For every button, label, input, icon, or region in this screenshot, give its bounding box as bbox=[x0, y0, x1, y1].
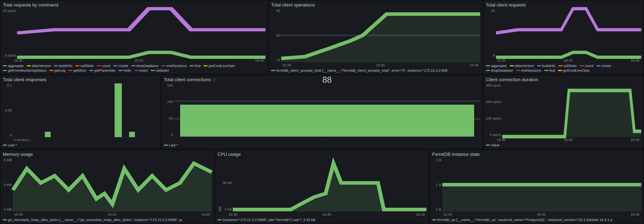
legend-label: insert bbox=[139, 69, 148, 73]
panel-memory-usage[interactable]: Memory usage 8 MB 6 MB 4 MB 16:30 16:35 … bbox=[1, 150, 214, 223]
legend[interactable]: ferretdb_up {__name__="ferretdb_up", bac… bbox=[432, 218, 641, 222]
swatch bbox=[510, 65, 514, 66]
plot[interactable] bbox=[442, 158, 641, 212]
y-axis: 2 B 1 B 0 B bbox=[432, 158, 442, 212]
legend-item[interactable]: getCmdLineOpts bbox=[558, 69, 590, 73]
legend-item[interactable]: ferretdb_up {__name__="ferretdb_up", bac… bbox=[432, 218, 612, 222]
legend[interactable]: Value bbox=[486, 143, 641, 147]
y-axis: 300 ops/s 200 ops/s 100 ops/s 0 ops/s bbox=[486, 83, 502, 137]
swatch bbox=[50, 70, 54, 71]
legend[interactable]: Last * bbox=[3, 143, 158, 147]
panel-total-client-operations[interactable]: Total client operations 90 80 70 16:30 1… bbox=[269, 1, 482, 74]
legend-item[interactable]: getParameter bbox=[89, 69, 116, 73]
legend[interactable]: aggregateatlasVersionbuildInfocollStatsc… bbox=[486, 64, 641, 73]
info-icon[interactable]: i bbox=[212, 78, 216, 82]
legend-item[interactable]: find bbox=[190, 64, 200, 68]
legend-item[interactable]: atlasVersion bbox=[510, 64, 534, 68]
legend-label: endSessions bbox=[521, 69, 541, 73]
legend-item[interactable]: Value bbox=[486, 143, 500, 147]
chart-area: 0.1 0.05 0 bbox=[3, 83, 158, 137]
panel-title: Memory usage bbox=[3, 152, 212, 157]
panel-total-client-responses[interactable]: Total client responses 0.1 0.05 0 # memb… bbox=[1, 75, 160, 149]
panel-title: Total client connections i bbox=[164, 77, 480, 82]
legend-item[interactable]: getCmdLineOpts bbox=[204, 64, 235, 68]
swatch bbox=[190, 65, 194, 66]
legend-label: collStats bbox=[80, 64, 94, 68]
plot[interactable] bbox=[502, 83, 641, 137]
panel-title: Total client operations bbox=[271, 2, 480, 8]
legend[interactable]: aggregateatlasVersionbuildInfocollStatsc… bbox=[3, 64, 266, 73]
legend-item[interactable]: aggregate bbox=[486, 64, 507, 68]
swatch bbox=[97, 65, 101, 66]
panel-title: FerretDB instance state bbox=[432, 152, 641, 157]
panel-total-client-requests[interactable]: Total client requests 20 0 16:30 16:35 1… bbox=[484, 1, 644, 74]
panel-title: CPU usage bbox=[218, 152, 426, 157]
svg-marker-8 bbox=[502, 90, 641, 137]
legend-item[interactable]: getMore bbox=[68, 69, 86, 73]
legend-item[interactable]: hello bbox=[119, 69, 131, 73]
legend-item[interactable]: count bbox=[580, 64, 593, 68]
legend-item[interactable]: insert bbox=[134, 69, 148, 73]
panel-ferretdb-instance-state[interactable]: FerretDB instance state 2 B 1 B 0 B 16:3… bbox=[430, 150, 643, 223]
swatch bbox=[218, 219, 222, 220]
swatch bbox=[151, 70, 155, 71]
panel-total-client-connections[interactable]: Total client connections i 150 100 50 0 … bbox=[162, 75, 482, 149]
legend[interactable]: {instance="172.21.0.2:8088", job="ferret… bbox=[218, 218, 426, 222]
chart-area: 90 80 70 bbox=[271, 9, 480, 62]
legend-item[interactable]: aggregate bbox=[3, 64, 24, 68]
legend-label: atlasVersion bbox=[32, 64, 51, 68]
legend-label: getLog bbox=[54, 69, 65, 73]
legend-label: getCmdLineOpts bbox=[563, 69, 590, 73]
svg-marker-12 bbox=[442, 185, 641, 211]
legend[interactable]: go_memstats_heap_alloc_bytes {__name__="… bbox=[3, 218, 212, 222]
legend-item[interactable]: find bbox=[544, 69, 555, 73]
legend-label: buildInfo bbox=[542, 64, 556, 68]
swatch bbox=[596, 65, 600, 66]
legend-item[interactable]: Last * bbox=[3, 143, 17, 147]
legend-item[interactable]: count bbox=[97, 64, 110, 68]
legend[interactable]: Last * bbox=[164, 143, 480, 147]
legend-item[interactable]: create bbox=[114, 64, 128, 68]
panel-total-requests-by-command[interactable]: Total requests by command 20 ops/s 0 ops… bbox=[1, 1, 268, 74]
plot[interactable]: 88 bbox=[174, 83, 480, 137]
legend-label: create bbox=[602, 64, 611, 68]
plot[interactable] bbox=[496, 9, 641, 57]
plot[interactable] bbox=[17, 9, 266, 57]
swatch bbox=[3, 65, 7, 66]
panel-cpu-usage[interactable]: CPU usage MB 50 kB 0 kB 16:30 16:35 16:4… bbox=[215, 150, 428, 223]
legend-item[interactable]: go_memstats_heap_alloc_bytes {__name__="… bbox=[3, 218, 182, 222]
legend-item[interactable]: isMaster bbox=[151, 69, 169, 73]
legend-item[interactable]: {instance="172.21.0.2:8088", job="ferret… bbox=[218, 218, 315, 222]
legend-item[interactable]: endSessions bbox=[516, 69, 541, 73]
legend-item[interactable]: collStats bbox=[558, 64, 577, 68]
swatch bbox=[558, 65, 562, 66]
legend-item[interactable]: buildInfo bbox=[537, 64, 556, 68]
legend-item[interactable]: atlasVersion bbox=[27, 64, 51, 68]
legend-label: dropDatabase bbox=[136, 64, 158, 68]
swatch bbox=[537, 65, 541, 66]
plot[interactable] bbox=[13, 83, 158, 137]
plot[interactable] bbox=[13, 158, 212, 212]
legend-label: endSessions bbox=[166, 64, 186, 68]
panel-client-connection-duration[interactable]: Client connection duration 300 ops/s 200… bbox=[484, 75, 644, 149]
legend-item[interactable]: buildInfo bbox=[54, 64, 72, 68]
legend-item[interactable]: getLog bbox=[50, 69, 65, 73]
y-axis: 50 kB 0 kB bbox=[223, 158, 233, 212]
plot[interactable] bbox=[233, 158, 426, 212]
legend-item[interactable]: endSessions bbox=[162, 64, 186, 68]
legend-item[interactable]: dropDatabase bbox=[132, 64, 158, 68]
plot[interactable] bbox=[281, 9, 480, 62]
swatch bbox=[204, 65, 208, 66]
legend-item[interactable]: ferretdb_client_accepts_total {__name__=… bbox=[271, 69, 448, 73]
legend-item[interactable]: dropDatabase bbox=[486, 69, 513, 73]
legend-label: count bbox=[585, 64, 593, 68]
legend-label: aggregate bbox=[491, 64, 507, 68]
panel-title: Total client requests bbox=[486, 2, 641, 8]
legend[interactable]: ferretdb_client_accepts_total {__name__=… bbox=[271, 69, 480, 73]
legend-item[interactable]: collStats bbox=[75, 64, 94, 68]
legend-item[interactable]: create bbox=[596, 64, 611, 68]
y-axis: 20 ops/s 0 ops/s bbox=[3, 9, 17, 57]
swatch bbox=[3, 70, 7, 71]
legend-item[interactable]: getFreeMonitoringStatus bbox=[3, 69, 46, 73]
legend-item[interactable]: Last * bbox=[164, 143, 178, 147]
